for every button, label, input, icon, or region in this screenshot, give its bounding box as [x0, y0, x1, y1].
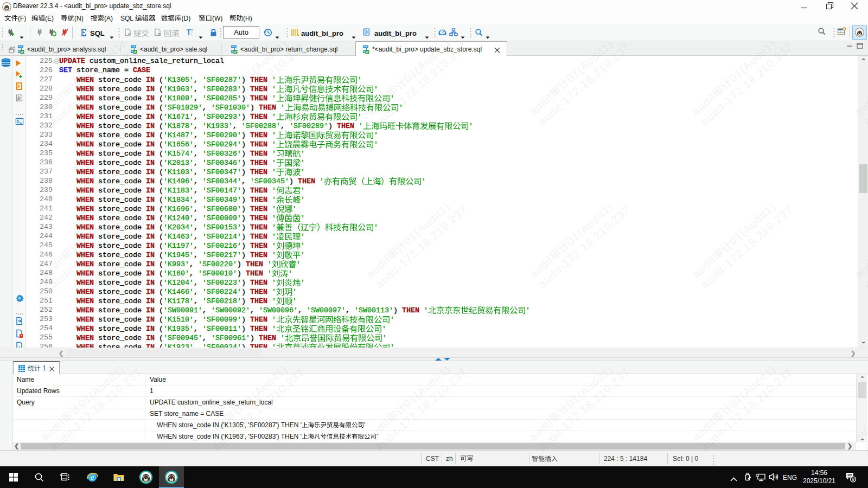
svg-text:e: e	[91, 473, 94, 481]
svg-text:9: 9	[852, 477, 854, 482]
